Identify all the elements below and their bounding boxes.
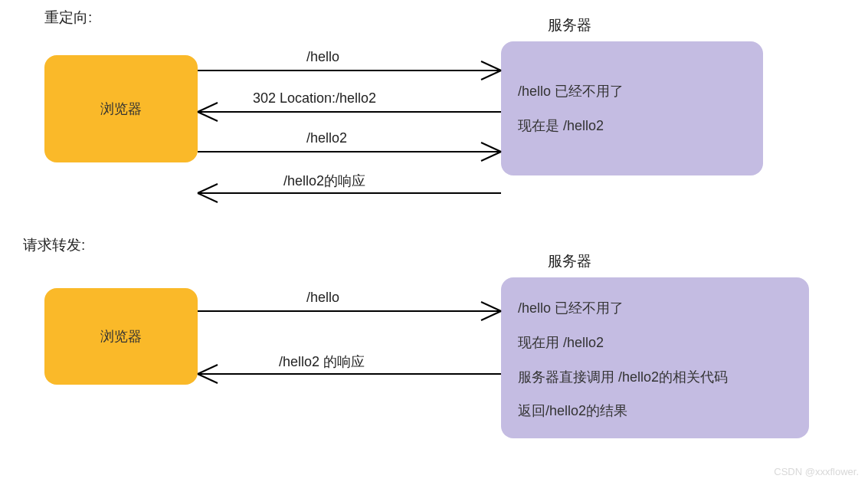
browser-box-2: 浏览器 xyxy=(44,288,198,385)
section2-title: 请求转发: xyxy=(23,235,85,255)
server2-text2: 现在用 /hello2 xyxy=(518,332,792,354)
browser-box-1: 浏览器 xyxy=(44,55,198,162)
svg-line-13 xyxy=(481,302,501,311)
svg-line-8 xyxy=(481,152,501,161)
arrow5-label: /hello xyxy=(306,290,339,306)
arrow6-label: /hello2 的响应 xyxy=(279,352,365,371)
server-label-2: 服务器 xyxy=(548,251,591,271)
arrow2-label: 302 Location:/hello2 xyxy=(253,90,376,107)
svg-line-5 xyxy=(198,112,218,121)
svg-line-11 xyxy=(198,193,218,202)
server2-text1: /hello 已经不用了 xyxy=(518,297,792,320)
server1-text2: 现在是 /hello2 xyxy=(518,115,746,137)
arrow4-label: /hello2的响应 xyxy=(283,172,365,190)
svg-line-7 xyxy=(481,143,501,152)
browser-label-2: 浏览器 xyxy=(100,327,142,346)
svg-line-14 xyxy=(481,311,501,320)
server2-text3: 服务器直接调用 /hello2的相关代码 xyxy=(518,366,792,389)
server-label-1: 服务器 xyxy=(548,15,591,35)
svg-line-10 xyxy=(198,184,218,193)
svg-line-17 xyxy=(198,374,218,383)
svg-line-4 xyxy=(198,103,218,112)
svg-line-2 xyxy=(481,70,501,80)
svg-line-1 xyxy=(481,61,501,70)
server1-text1: /hello 已经不用了 xyxy=(518,80,746,103)
svg-line-16 xyxy=(198,365,218,374)
server2-text4: 返回/hello2的结果 xyxy=(518,400,792,422)
server-box-1: /hello 已经不用了 现在是 /hello2 xyxy=(501,41,763,175)
browser-label-1: 浏览器 xyxy=(100,100,142,118)
arrow1-label: /hello xyxy=(306,49,339,65)
section1-title: 重定向: xyxy=(44,8,92,28)
server-box-2: /hello 已经不用了 现在用 /hello2 服务器直接调用 /hello2… xyxy=(501,277,809,438)
arrow3-label: /hello2 xyxy=(306,130,347,146)
watermark: CSDN @xxxflower. xyxy=(774,466,859,477)
